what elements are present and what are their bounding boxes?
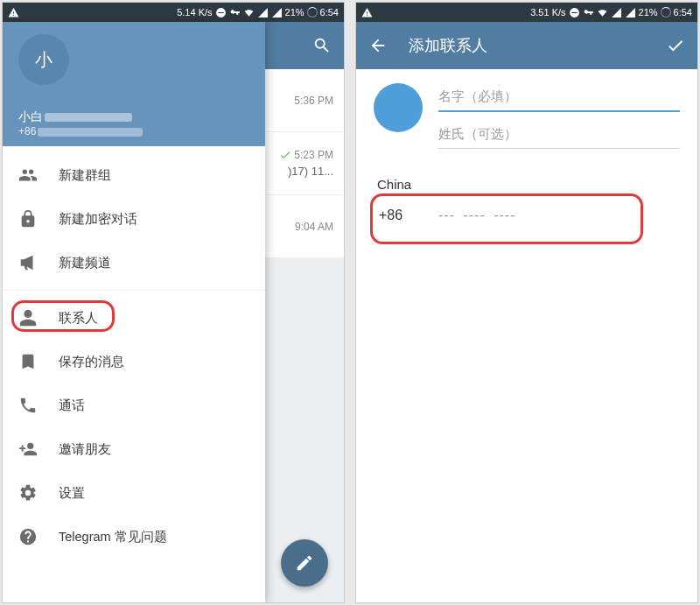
menu-contacts[interactable]: 联系人 [3,296,265,340]
dnd-icon [215,7,227,18]
drawer-header: 小 小白 +86 [3,22,265,146]
warning-icon [8,7,19,18]
phone-block: China +86 --- ---- ---- [356,158,697,232]
back-icon[interactable] [368,36,388,55]
country-selector[interactable]: China [377,175,676,199]
clock: 6:54 [674,7,692,18]
check-icon [279,149,291,161]
status-bar: 3.51 K/s 21% 6:54 [356,3,697,22]
svg-rect-1 [218,11,224,12]
signal-icon [611,7,622,18]
country-code-field[interactable]: +86 [379,208,417,223]
menu-calls[interactable]: 通话 [3,383,265,427]
wifi-icon [597,7,608,18]
menu-label: 新建频道 [59,255,111,271]
battery-pct: 21% [639,7,658,18]
group-icon [18,165,38,185]
drawer-list: 新建群组 新建加密对话 新建频道 联系人 保存的消息 通话 [3,146,265,566]
wifi-icon [243,7,255,18]
chat-sub: )17) 11... [288,165,333,178]
menu-faq[interactable]: Telegram 常见问题 [3,515,265,559]
battery-pct: 21% [285,7,304,18]
add-contact-header: 添加联系人 [356,22,697,69]
menu-new-group[interactable]: 新建群组 [3,153,265,197]
user-name: 小白 [18,109,249,125]
warning-icon [361,7,373,18]
nav-drawer: 小 小白 +86 新建群组 新建加密对话 新建频道 联系人 [3,22,265,602]
key-icon [229,7,241,18]
bookmark-icon [18,352,38,371]
menu-saved[interactable]: 保存的消息 [3,340,265,383]
page-title: 添加联系人 [409,35,645,56]
phone-number-field[interactable]: --- ---- ---- [438,208,516,223]
last-name-field[interactable] [438,121,680,149]
search-icon[interactable] [312,36,332,55]
signal-icon [257,7,269,18]
dnd-icon [569,7,580,18]
net-speed: 5.14 K/s [177,7,212,18]
person-icon [18,308,38,327]
menu-new-channel[interactable]: 新建频道 [3,241,265,285]
menu-label: 保存的消息 [59,354,124,370]
gear-icon [18,483,38,503]
megaphone-icon [18,253,38,272]
clock: 6:54 [320,7,339,18]
menu-label: 新建群组 [59,167,111,184]
phone-icon [18,396,38,415]
status-bar: 5.14 K/s 21% 6:54 [3,3,344,22]
menu-invite[interactable]: 邀请朋友 [3,427,265,471]
check-icon[interactable] [666,36,685,55]
menu-label: 邀请朋友 [59,441,111,458]
pencil-icon [295,553,314,573]
user-avatar[interactable]: 小 [18,34,69,85]
signal-icon-2 [271,7,283,18]
compose-fab[interactable] [281,539,328,587]
svg-rect-3 [571,11,578,12]
phone-right: 3.51 K/s 21% 6:54 添加联系人 China +86 --- --… [355,2,698,603]
menu-settings[interactable]: 设置 [3,471,265,515]
menu-label: 通话 [59,397,85,414]
spinner-icon [661,7,671,18]
key-icon [583,7,594,18]
contact-avatar[interactable] [374,83,423,132]
phone-left: 5.14 K/s 21% 6:54 5:36 PM 5:23 PM )17) 1… [2,2,345,603]
menu-label: 新建加密对话 [59,211,137,228]
chat-time: 5:23 PM [294,149,333,161]
signal-icon-2 [625,7,636,18]
menu-separator [3,290,265,291]
person-add-icon [18,440,38,459]
chat-time: 9:04 AM [295,221,333,233]
avatar-letter: 小 [35,48,52,72]
menu-label: 联系人 [59,310,98,327]
help-icon [18,527,38,546]
menu-new-secret[interactable]: 新建加密对话 [3,197,265,241]
menu-label: Telegram 常见问题 [59,529,167,545]
first-name-field[interactable] [438,83,680,112]
menu-label: 设置 [59,485,85,502]
lock-icon [18,209,38,229]
net-speed: 3.51 K/s [530,7,565,18]
name-form [356,69,697,158]
spinner-icon [307,7,318,18]
user-phone: +86 [18,125,249,137]
chat-time: 5:36 PM [294,95,333,107]
